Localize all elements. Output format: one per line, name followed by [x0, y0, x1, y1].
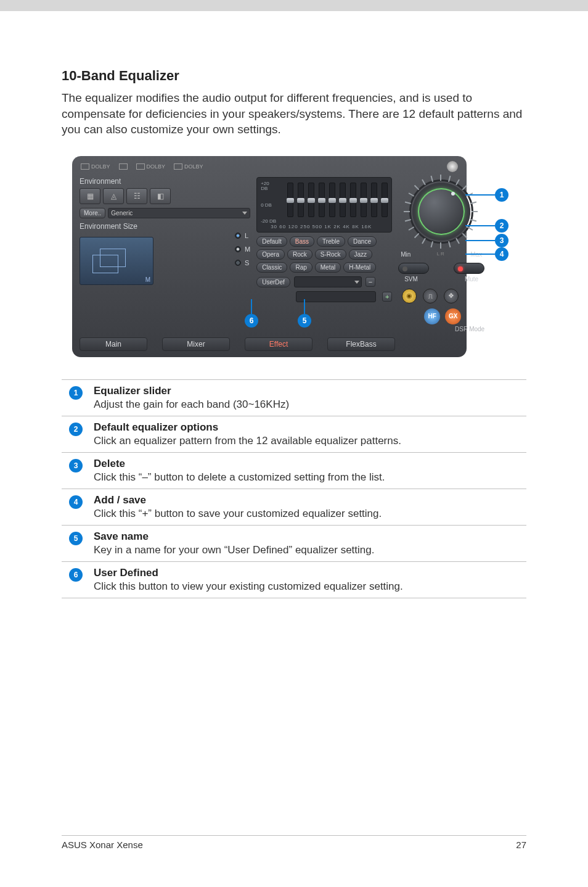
preset-bass[interactable]: Bass — [290, 236, 314, 247]
env-more-button[interactable]: More.. — [80, 208, 105, 218]
volume-dial[interactable] — [418, 188, 465, 235]
env-preset-icon-1[interactable]: ▦ — [80, 188, 100, 204]
callout-1: 1 — [465, 188, 508, 202]
gx-button[interactable]: GX — [445, 308, 461, 324]
minimize-orb-icon[interactable] — [447, 161, 458, 172]
app-panel: DOLBY DOLBY DOLBY Environment ▦ ◬ ☷ — [72, 156, 467, 357]
userdef-button[interactable]: UserDef — [256, 277, 290, 287]
dolby-badge-3: DOLBY — [174, 163, 203, 170]
preset-rock[interactable]: Rock — [287, 249, 312, 260]
desc-text: Adjust the gain for each band (30~16KHz) — [94, 398, 523, 411]
env-dropdown[interactable]: Generic — [108, 208, 250, 218]
size-radio-s-label: S — [245, 259, 249, 266]
preset-metal[interactable]: Metal — [315, 262, 341, 273]
desc-row: 2Default equalizer optionsClick an equal… — [62, 416, 526, 452]
dolby-badge-2: DOLBY — [136, 163, 166, 170]
eq-band-60[interactable] — [298, 183, 304, 217]
env-preset-icon-3[interactable]: ☷ — [126, 188, 147, 204]
dial-tick — [404, 211, 410, 212]
footer-product: ASUS Xonar Xense — [62, 840, 143, 850]
section-intro: The equalizer modifies the audio output … — [62, 90, 526, 138]
size-radio-m[interactable] — [235, 246, 241, 252]
callout-5: 5 — [298, 299, 311, 328]
preset-hmetal[interactable]: H-Metal — [343, 262, 376, 273]
desc-text: Key in a name for your own “User Defined… — [94, 544, 523, 556]
titlebar: DOLBY DOLBY DOLBY — [72, 156, 467, 177]
mute-toggle[interactable] — [454, 263, 484, 274]
env-size-marker: M — [145, 276, 150, 283]
desc-row: 1Equalizer sliderAdjust the gain for eac… — [62, 379, 526, 416]
spdif-icon[interactable]: ⎍ — [423, 289, 438, 303]
desc-text: Click this button to view your existing … — [94, 580, 523, 593]
equalizer-panel: +20 DB 0 DB -20 DB — [256, 177, 392, 332]
desc-row: 5Save nameKey in a name for your own “Us… — [62, 525, 526, 561]
callout-4: 4 — [465, 247, 508, 261]
desc-row: 3DeleteClick this “–” button to delete a… — [62, 452, 526, 489]
screenshot-wrapper: DOLBY DOLBY DOLBY Environment ▦ ◬ ☷ — [72, 156, 516, 357]
settings-icon[interactable]: ❖ — [444, 289, 459, 303]
tab-mixer[interactable]: Mixer — [162, 337, 230, 351]
eq-band-120[interactable] — [308, 183, 314, 217]
preset-treble[interactable]: Treble — [317, 236, 345, 247]
desc-text: Click this “–” button to delete a custom… — [94, 471, 523, 484]
size-radio-s[interactable] — [235, 260, 241, 266]
eq-band-500[interactable] — [329, 183, 335, 217]
dolby-badge-headphone — [119, 163, 128, 170]
footer-page-number: 27 — [516, 840, 526, 850]
desc-row: 6User DefinedClick this button to view y… — [62, 561, 526, 598]
size-radio-l-label: L — [245, 232, 248, 239]
svm-toggle[interactable] — [398, 263, 429, 274]
preset-default[interactable]: Default — [256, 236, 287, 247]
dial-lr-label: L R — [437, 251, 444, 258]
dial-tick — [440, 175, 441, 181]
desc-title: Save name — [94, 530, 523, 543]
svm-label: SVM — [404, 276, 418, 283]
dial-tick — [440, 242, 441, 249]
callout-2: 2 — [465, 219, 508, 233]
userdef-dropdown[interactable] — [294, 276, 362, 287]
eq-band-1k[interactable] — [340, 183, 346, 217]
env-preset-icon-4[interactable]: ◧ — [150, 188, 171, 204]
env-size-preview: M — [80, 237, 153, 285]
eq-sliders — [287, 183, 388, 223]
desc-badge: 3 — [69, 459, 83, 472]
delete-preset-button[interactable]: − — [365, 277, 375, 287]
env-size-label: Environment Size — [80, 222, 250, 231]
eq-band-30[interactable] — [287, 183, 293, 217]
preset-dance[interactable]: Dance — [348, 236, 377, 247]
preset-opera[interactable]: Opera — [256, 249, 285, 260]
environment-panel: Environment ▦ ◬ ☷ ◧ More.. Generic — [80, 177, 250, 332]
eq-band-4k[interactable] — [361, 183, 367, 217]
preset-rap[interactable]: Rap — [290, 262, 312, 273]
desc-title: Add / save — [94, 494, 523, 506]
page-top-grey-bar — [0, 0, 588, 11]
size-radio-l[interactable] — [235, 233, 241, 239]
tab-main[interactable]: Main — [80, 337, 147, 351]
desc-badge: 5 — [69, 532, 83, 545]
callout-3: 3 — [465, 234, 508, 247]
dolby-badge-1: DOLBY — [81, 163, 110, 170]
chevron-down-icon — [242, 212, 247, 215]
eq-band-8k[interactable] — [371, 183, 377, 217]
callout-descriptions-table: 1Equalizer sliderAdjust the gain for eac… — [62, 379, 526, 598]
tab-flexbass[interactable]: FlexBass — [327, 337, 395, 351]
env-dropdown-value: Generic — [111, 210, 133, 217]
speaker-config-icon[interactable]: ◉ — [402, 289, 417, 303]
preset-srock[interactable]: S-Rock — [315, 249, 346, 260]
env-preset-icon-2[interactable]: ◬ — [103, 188, 124, 204]
environment-label: Environment — [80, 177, 250, 186]
desc-badge: 6 — [69, 568, 83, 582]
add-preset-button[interactable]: + — [382, 292, 392, 302]
eq-band-2k[interactable] — [350, 183, 356, 217]
mute-label: Mute — [465, 276, 478, 283]
preset-jazz[interactable]: Jazz — [349, 249, 373, 260]
hf-button[interactable]: HF — [424, 308, 440, 324]
tab-effect[interactable]: Effect — [245, 337, 312, 351]
preset-classic[interactable]: Classic — [256, 262, 287, 273]
eq-band-250[interactable] — [319, 183, 325, 217]
dsp-mode-label: DSP Mode — [398, 326, 484, 332]
dial-tick — [472, 211, 478, 212]
callout-6: 6 — [245, 299, 258, 328]
eq-band-16k[interactable] — [382, 183, 388, 217]
size-radio-m-label: M — [245, 245, 250, 253]
